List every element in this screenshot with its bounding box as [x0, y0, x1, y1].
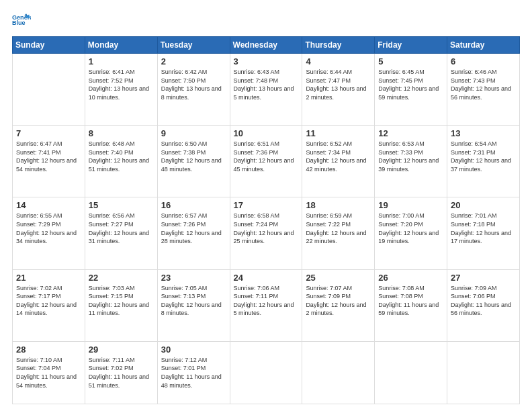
calendar-week-row: 14Sunrise: 6:55 AMSunset: 7:29 PMDayligh…: [13, 197, 520, 269]
day-number: 30: [161, 345, 226, 355]
cell-sun-info: Sunrise: 7:06 AMSunset: 7:11 PMDaylight:…: [234, 284, 299, 318]
day-number: 20: [451, 200, 516, 210]
calendar-week-row: 28Sunrise: 7:10 AMSunset: 7:04 PMDayligh…: [13, 341, 520, 404]
calendar-cell: 21Sunrise: 7:02 AMSunset: 7:17 PMDayligh…: [13, 269, 85, 341]
calendar-cell: 27Sunrise: 7:09 AMSunset: 7:06 PMDayligh…: [447, 269, 520, 341]
day-number: 7: [16, 128, 81, 138]
day-number: 11: [306, 128, 371, 138]
day-number: 15: [89, 200, 154, 210]
cell-sun-info: Sunrise: 6:53 AMSunset: 7:33 PMDaylight:…: [378, 140, 443, 173]
cell-sun-info: Sunrise: 7:11 AMSunset: 7:02 PMDaylight:…: [89, 356, 154, 390]
cell-sun-info: Sunrise: 6:50 AMSunset: 7:38 PMDaylight:…: [161, 140, 226, 173]
calendar-cell: 18Sunrise: 6:59 AMSunset: 7:22 PMDayligh…: [302, 197, 375, 269]
cell-sun-info: Sunrise: 6:47 AMSunset: 7:41 PMDaylight:…: [16, 140, 81, 173]
cell-sun-info: Sunrise: 7:10 AMSunset: 7:04 PMDaylight:…: [16, 356, 81, 390]
weekday-header-wednesday: Wednesday: [230, 37, 302, 54]
calendar-cell: 17Sunrise: 6:58 AMSunset: 7:24 PMDayligh…: [230, 197, 302, 269]
calendar-cell: 13Sunrise: 6:54 AMSunset: 7:31 PMDayligh…: [447, 126, 520, 197]
day-number: 25: [306, 273, 371, 283]
cell-sun-info: Sunrise: 6:48 AMSunset: 7:40 PMDaylight:…: [89, 140, 154, 173]
day-number: 16: [161, 200, 226, 210]
day-number: 6: [451, 56, 516, 66]
weekday-header-friday: Friday: [375, 37, 447, 54]
cell-sun-info: Sunrise: 6:56 AMSunset: 7:27 PMDaylight:…: [89, 212, 154, 245]
logo: General Blue: [12, 11, 31, 30]
cell-sun-info: Sunrise: 7:03 AMSunset: 7:15 PMDaylight:…: [89, 284, 154, 318]
calendar-cell: 10Sunrise: 6:51 AMSunset: 7:36 PMDayligh…: [230, 126, 302, 197]
day-number: 23: [161, 273, 226, 283]
calendar-cell: 29Sunrise: 7:11 AMSunset: 7:02 PMDayligh…: [85, 341, 157, 404]
header: General Blue: [12, 11, 520, 30]
cell-sun-info: Sunrise: 6:43 AMSunset: 7:48 PMDaylight:…: [234, 68, 299, 101]
calendar-cell: 23Sunrise: 7:05 AMSunset: 7:13 PMDayligh…: [157, 269, 230, 341]
day-number: 1: [89, 56, 154, 66]
weekday-header-monday: Monday: [85, 37, 157, 54]
day-number: 21: [16, 273, 81, 283]
calendar-cell: 16Sunrise: 6:57 AMSunset: 7:26 PMDayligh…: [157, 197, 230, 269]
calendar-cell: 7Sunrise: 6:47 AMSunset: 7:41 PMDaylight…: [13, 126, 85, 197]
calendar-cell: 26Sunrise: 7:08 AMSunset: 7:08 PMDayligh…: [375, 269, 447, 341]
day-number: 29: [89, 345, 154, 355]
calendar-cell: 1Sunrise: 6:41 AMSunset: 7:52 PMDaylight…: [85, 54, 157, 126]
day-number: 8: [89, 128, 154, 138]
calendar-cell: 25Sunrise: 7:07 AMSunset: 7:09 PMDayligh…: [302, 269, 375, 341]
cell-sun-info: Sunrise: 6:52 AMSunset: 7:34 PMDaylight:…: [306, 140, 371, 173]
day-number: 13: [451, 128, 516, 138]
calendar-cell: 14Sunrise: 6:55 AMSunset: 7:29 PMDayligh…: [13, 197, 85, 269]
calendar-week-row: 21Sunrise: 7:02 AMSunset: 7:17 PMDayligh…: [13, 269, 520, 341]
calendar-cell: 9Sunrise: 6:50 AMSunset: 7:38 PMDaylight…: [157, 126, 230, 197]
cell-sun-info: Sunrise: 7:00 AMSunset: 7:20 PMDaylight:…: [378, 212, 443, 245]
day-number: 17: [234, 200, 299, 210]
day-number: 19: [378, 200, 443, 210]
weekday-header-tuesday: Tuesday: [157, 37, 230, 54]
cell-sun-info: Sunrise: 7:12 AMSunset: 7:01 PMDaylight:…: [161, 356, 226, 390]
cell-sun-info: Sunrise: 6:55 AMSunset: 7:29 PMDaylight:…: [16, 212, 81, 245]
cell-sun-info: Sunrise: 7:02 AMSunset: 7:17 PMDaylight:…: [16, 284, 81, 318]
svg-text:Blue: Blue: [12, 19, 26, 26]
calendar-cell: [302, 341, 375, 404]
calendar-cell: [447, 341, 520, 404]
cell-sun-info: Sunrise: 6:58 AMSunset: 7:24 PMDaylight:…: [234, 212, 299, 245]
day-number: 9: [161, 128, 226, 138]
cell-sun-info: Sunrise: 7:05 AMSunset: 7:13 PMDaylight:…: [161, 284, 226, 318]
calendar-table: SundayMondayTuesdayWednesdayThursdayFrid…: [12, 36, 520, 404]
calendar-cell: 8Sunrise: 6:48 AMSunset: 7:40 PMDaylight…: [85, 126, 157, 197]
calendar-week-row: 7Sunrise: 6:47 AMSunset: 7:41 PMDaylight…: [13, 126, 520, 197]
day-number: 10: [234, 128, 299, 138]
cell-sun-info: Sunrise: 6:46 AMSunset: 7:43 PMDaylight:…: [451, 68, 516, 101]
calendar-cell: 5Sunrise: 6:45 AMSunset: 7:45 PMDaylight…: [375, 54, 447, 126]
cell-sun-info: Sunrise: 7:01 AMSunset: 7:18 PMDaylight:…: [451, 212, 516, 245]
day-number: 12: [378, 128, 443, 138]
weekday-header-sunday: Sunday: [13, 37, 85, 54]
cell-sun-info: Sunrise: 7:09 AMSunset: 7:06 PMDaylight:…: [451, 284, 516, 318]
day-number: 18: [306, 200, 371, 210]
day-number: 26: [378, 273, 443, 283]
cell-sun-info: Sunrise: 6:42 AMSunset: 7:50 PMDaylight:…: [161, 68, 226, 101]
cell-sun-info: Sunrise: 6:57 AMSunset: 7:26 PMDaylight:…: [161, 212, 226, 245]
day-number: 5: [378, 56, 443, 66]
calendar-cell: [13, 54, 85, 126]
cell-sun-info: Sunrise: 7:08 AMSunset: 7:08 PMDaylight:…: [378, 284, 443, 318]
calendar-cell: 6Sunrise: 6:46 AMSunset: 7:43 PMDaylight…: [447, 54, 520, 126]
cell-sun-info: Sunrise: 7:07 AMSunset: 7:09 PMDaylight:…: [306, 284, 371, 318]
calendar-cell: 15Sunrise: 6:56 AMSunset: 7:27 PMDayligh…: [85, 197, 157, 269]
calendar-cell: 30Sunrise: 7:12 AMSunset: 7:01 PMDayligh…: [157, 341, 230, 404]
calendar-cell: 20Sunrise: 7:01 AMSunset: 7:18 PMDayligh…: [447, 197, 520, 269]
cell-sun-info: Sunrise: 6:54 AMSunset: 7:31 PMDaylight:…: [451, 140, 516, 173]
cell-sun-info: Sunrise: 6:59 AMSunset: 7:22 PMDaylight:…: [306, 212, 371, 245]
calendar-cell: [375, 341, 447, 404]
day-number: 22: [89, 273, 154, 283]
weekday-header-saturday: Saturday: [447, 37, 520, 54]
cell-sun-info: Sunrise: 6:44 AMSunset: 7:47 PMDaylight:…: [306, 68, 371, 101]
day-number: 14: [16, 200, 81, 210]
calendar-cell: 19Sunrise: 7:00 AMSunset: 7:20 PMDayligh…: [375, 197, 447, 269]
day-number: 3: [234, 56, 299, 66]
weekday-header-row: SundayMondayTuesdayWednesdayThursdayFrid…: [13, 37, 520, 54]
calendar-cell: [230, 341, 302, 404]
cell-sun-info: Sunrise: 6:45 AMSunset: 7:45 PMDaylight:…: [378, 68, 443, 101]
cell-sun-info: Sunrise: 6:51 AMSunset: 7:36 PMDaylight:…: [234, 140, 299, 173]
day-number: 27: [451, 273, 516, 283]
calendar-cell: 12Sunrise: 6:53 AMSunset: 7:33 PMDayligh…: [375, 126, 447, 197]
day-number: 28: [16, 345, 81, 355]
weekday-header-thursday: Thursday: [302, 37, 375, 54]
